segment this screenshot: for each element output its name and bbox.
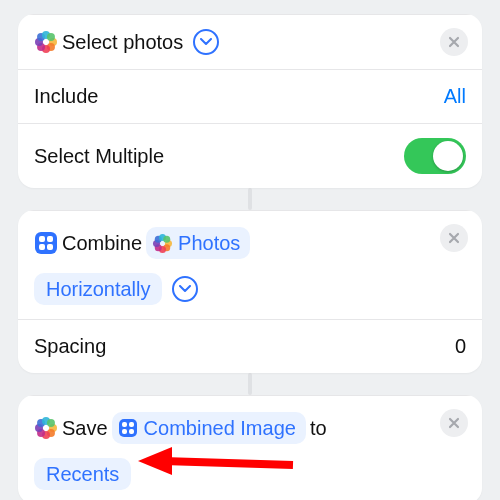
select-multiple-label: Select Multiple: [34, 145, 164, 168]
album-token[interactable]: Recents: [34, 458, 131, 490]
delete-action-button[interactable]: [440, 409, 468, 437]
action-title: Select photos: [62, 31, 183, 54]
photos-app-icon: [34, 416, 58, 440]
include-row[interactable]: Include All: [18, 69, 482, 123]
include-value[interactable]: All: [444, 85, 466, 108]
spacing-row[interactable]: Spacing 0: [18, 319, 482, 373]
flow-connector: [248, 188, 252, 210]
delete-action-button[interactable]: [440, 224, 468, 252]
joiner-text: to: [310, 410, 327, 446]
input-variable-token[interactable]: Photos: [146, 227, 250, 259]
mode-token[interactable]: Horizontally: [34, 273, 162, 305]
delete-action-button[interactable]: [440, 28, 468, 56]
expand-chevron-icon[interactable]: [172, 276, 198, 302]
action-header[interactable]: Save Combined Image to Recents: [18, 395, 482, 500]
expand-chevron-icon[interactable]: [193, 29, 219, 55]
combine-action-icon: [34, 231, 58, 255]
action-verb: Save: [62, 410, 108, 446]
select-multiple-row: Select Multiple: [18, 123, 482, 188]
spacing-value[interactable]: 0: [455, 335, 466, 358]
token-label: Photos: [178, 225, 240, 261]
token-label: Horizontally: [46, 271, 150, 307]
combine-action-icon: [118, 418, 138, 438]
include-label: Include: [34, 85, 99, 108]
token-label: Recents: [46, 456, 119, 492]
photos-app-icon: [34, 30, 58, 54]
action-header[interactable]: Combine Photos Horizontally: [18, 210, 482, 319]
action-card-select-photos: Select photos Include All Select Multipl…: [18, 14, 482, 188]
action-card-combine-images: Combine Photos Horizontally Spacing 0: [18, 210, 482, 373]
action-verb: Combine: [62, 225, 142, 261]
action-header[interactable]: Select photos: [18, 14, 482, 69]
flow-connector: [248, 373, 252, 395]
action-card-save-to-album: Save Combined Image to Recents: [18, 395, 482, 500]
select-multiple-toggle[interactable]: [404, 138, 466, 174]
spacing-label: Spacing: [34, 335, 106, 358]
token-label: Combined Image: [144, 410, 296, 446]
input-variable-token[interactable]: Combined Image: [112, 412, 306, 444]
photos-app-icon: [152, 233, 172, 253]
